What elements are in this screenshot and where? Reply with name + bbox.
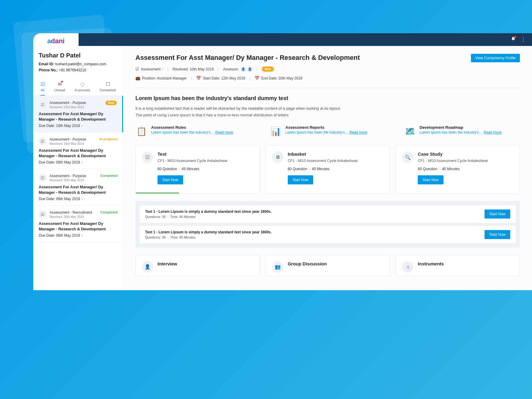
sidebar: Tushar D Patel Email ID: tushard.patel@n… [33,46,123,290]
assessment-cards: ☑ Test CF1 - MG3 Assessment Cycle Ankale… [135,145,520,193]
card-instruments: ♫ Instruments [396,255,520,276]
briefcase-icon: 💼 [135,76,140,80]
spinner-icon: ◌ [80,81,85,87]
test-panel: Test 1 - Lorem Lipsum is simply a dummy … [135,201,520,248]
new-badge: New [262,66,274,72]
read-more-link[interactable]: Read more [484,130,501,135]
clipboard-icon: ☑ [39,174,47,182]
envelope-icon: ✉ [58,81,62,87]
list-item[interactable]: ☑ Assessment - Purpose Received: 23rd Ma… [33,96,123,132]
avatar[interactable]: 👤 [248,67,252,72]
clipboard-icon: ☑ [142,151,153,163]
notification-bell-icon[interactable] [511,37,516,43]
tab-inprocess[interactable]: ◌ In-process [75,81,90,96]
user-name: Tushar D Patel [39,52,118,59]
chart-icon: 📊 [270,125,282,137]
clipboard-icon: ☑ [39,101,47,109]
status-badge: In-progress [99,137,118,141]
people-icon: 👥 [272,261,284,273]
new-badge: New [105,101,117,105]
start-now-button[interactable]: Start Now [288,175,313,184]
calendar-icon: 📅 [196,76,201,80]
test-row: Test 1 - Lorem Lipsum is simply a dummy … [140,226,516,243]
clipboard-icon: ☑ [39,210,47,218]
start-now-button[interactable]: Start Now [485,230,510,239]
checklist-icon: ☑ [41,81,45,87]
tab-completed[interactable]: ☐ Completed [100,81,116,96]
start-now-button[interactable]: Start Now [418,175,443,184]
filter-tabs: ☑ All ✉ Unread ◌ In-process ☐ Completed [33,77,123,96]
kebab-menu-icon[interactable]: ⋮ [521,36,526,43]
clipboard-icon: ☑ [39,137,47,145]
avatar[interactable]: 👤 [241,67,246,72]
user-info: Tushar D Patel Email ID: tushard.patel@n… [33,46,123,77]
main-content: Assessment For Asst Manager/ Dy Manager … [123,46,532,290]
monitor-icon: 🖥 [272,151,284,163]
music-icon: ♫ [402,261,414,273]
assessment-list: ☑ Assessment - Purpose Received: 23rd Ma… [33,96,123,290]
meta-row-2: 💼Position: Assistant Manager | 📅Start Da… [135,76,520,80]
view-competency-profile-button[interactable]: View Competency Profile [471,54,520,62]
info-icon[interactable]: i [162,67,163,71]
progress-bar [136,193,179,193]
status-badge: Completed [100,210,118,214]
read-more-link[interactable]: Read more [349,130,367,135]
start-now-button[interactable]: Start Now [157,175,183,184]
read-more-link[interactable]: Read more [215,130,233,135]
roadmap-icon: 🗺️ [404,125,416,137]
topbar: adani ⋮ [33,33,532,46]
tab-unread[interactable]: ✉ Unread [54,81,65,96]
list-item[interactable]: ☑ Assessment - Purpose Received: 23rd Ma… [33,132,123,169]
page-title: Assessment For Asst Manager/ Dy Manager … [135,54,360,62]
app-window: adani ⋮ Tushar D Patel Email ID: tushard… [33,33,532,290]
doc-development-roadmap[interactable]: 🗺️ Development Roadmap Lorem Ipsum has b… [404,125,520,137]
document-search-icon: 🔍 [402,151,414,163]
card-group-discussion: 👥 Group Discussion [266,255,390,276]
list-item[interactable]: ☑ Assessment - Recruitment Received: 20t… [33,206,123,242]
card-interview: 👤 Interview [135,255,260,276]
more-cards: 👤 Interview 👥 Group Discussion ♫ Instrum… [135,255,520,276]
check-icon: ☐ [106,81,110,87]
start-now-button[interactable]: Start Now [485,209,510,219]
info-icon[interactable]: i [82,197,83,201]
section-desc: It is a long established fact that a rea… [135,105,520,118]
doc-assessment-rules[interactable]: 📋 Assessment Rules Lorem Ipsum has been … [135,125,251,137]
tab-all[interactable]: ☑ All [41,81,45,96]
info-icon[interactable]: i [82,124,83,128]
card-test: ☑ Test CF1 - MG3 Assessment Cycle Ankale… [135,145,260,193]
person-icon: 👤 [142,261,153,273]
list-item[interactable]: ☑ Assessment - Purpose Received: 20th Ma… [33,169,123,206]
card-inbasket: 🖥 Inbasket CF1 - MG3 Assessment Cycle An… [266,145,390,193]
meta-row-1: ☑Assessment i | Received: 10th May 2019 … [135,66,520,72]
info-icon[interactable]: i [82,161,83,164]
document-icon: 📋 [135,125,148,137]
calendar-icon: 📅 [255,76,259,80]
test-row: Test 1 - Lorem Lipsum is simply a dummy … [140,205,516,223]
info-icon[interactable]: i [82,234,83,237]
divider [135,88,520,88]
doc-assessment-reports[interactable]: 📊 Assessment Reports Lorem Ipsum has bee… [270,125,386,137]
status-badge: Completed [100,174,118,177]
section-title: Lorem Ipsum has been the industry's stan… [135,95,520,102]
card-case-study: 🔍 Case Study CF1 - MG3 Assessment Cycle … [396,145,520,193]
docs-row: 📋 Assessment Rules Lorem Ipsum has been … [135,125,520,137]
clipboard-icon: ☑ [135,67,139,71]
